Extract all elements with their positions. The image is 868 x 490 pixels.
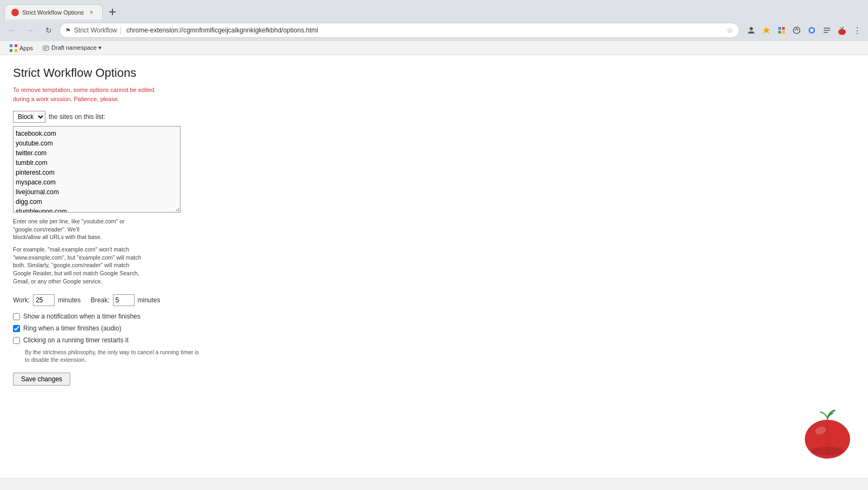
tab-label: Strict Workflow Options xyxy=(22,9,84,16)
restart-label[interactable]: Clicking on a running timer restarts it xyxy=(23,336,129,344)
work-input[interactable] xyxy=(33,294,55,306)
address-bar-row: ← → ↻ ⚑ Strict Workflow ☆ xyxy=(0,19,868,41)
svg-rect-12 xyxy=(10,44,12,47)
restart-sub-text: By the strictness philosophy, the only w… xyxy=(25,348,855,364)
warning-line2: during a work session. Patience, please. xyxy=(13,96,119,102)
tomato-extension-icon[interactable] xyxy=(836,24,849,37)
browser-frame: Strict Workflow Options × ← → ↻ ⚑ Strict… xyxy=(0,0,868,490)
page-content: Strict Workflow Options To remove tempta… xyxy=(0,55,868,478)
back-button[interactable]: ← xyxy=(4,23,19,38)
reload-button[interactable]: ↻ xyxy=(41,23,56,38)
bookmark-star-icon[interactable]: ☆ xyxy=(726,26,733,35)
tomato-svg xyxy=(798,402,857,462)
svg-marker-3 xyxy=(763,27,770,34)
address-input[interactable] xyxy=(126,27,723,34)
apps-label: Apps xyxy=(19,45,33,51)
bookmarks-bar: Apps Draft namespace ▾ xyxy=(0,41,868,55)
extension-icon-4[interactable] xyxy=(805,24,818,37)
forward-button[interactable]: → xyxy=(23,23,38,38)
status-bar xyxy=(0,478,868,490)
restart-checkbox-row: Clicking on a running timer restarts it xyxy=(13,336,855,344)
page-title: Strict Workflow Options xyxy=(13,66,855,80)
svg-point-2 xyxy=(750,27,753,30)
extension-icon-2[interactable] xyxy=(775,24,788,37)
audio-label[interactable]: Ring when a timer finishes (audio) xyxy=(23,325,121,332)
restart-checkbox[interactable] xyxy=(13,337,20,344)
notification-checkbox[interactable] xyxy=(13,313,20,320)
work-label: Work: xyxy=(13,296,30,304)
svg-rect-15 xyxy=(15,49,17,52)
svg-rect-4 xyxy=(778,27,781,30)
svg-rect-13 xyxy=(15,44,17,47)
hint-text-2: For example, "mail.example.com" won't ma… xyxy=(13,246,143,285)
svg-point-11 xyxy=(838,29,846,35)
svg-rect-7 xyxy=(782,31,785,34)
break-label: Break: xyxy=(91,296,110,304)
active-tab[interactable]: Strict Workflow Options × xyxy=(4,4,103,19)
tomato-decoration xyxy=(798,402,852,456)
draft-namespace-label: Draft namespace ▾ xyxy=(51,44,102,51)
svg-rect-5 xyxy=(782,27,785,30)
svg-rect-16 xyxy=(43,46,49,50)
sites-textarea[interactable]: facebook.com youtube.com twitter.com tum… xyxy=(13,126,181,213)
extension-icon-3[interactable] xyxy=(790,24,803,37)
block-label: the sites on this list: xyxy=(49,113,105,121)
save-changes-button[interactable]: Save changes xyxy=(13,373,70,386)
new-tab-button[interactable] xyxy=(105,4,120,19)
block-row: Block Allow the sites on this list: xyxy=(13,111,855,123)
address-secure-icon: ⚑ xyxy=(65,27,71,34)
user-account-icon[interactable] xyxy=(745,24,758,37)
warning-line1: To remove temptation, some options canno… xyxy=(13,87,155,93)
break-unit: minutes xyxy=(138,296,161,304)
audio-checkbox[interactable] xyxy=(13,325,20,332)
address-domain-label: Strict Workflow xyxy=(74,27,121,34)
svg-rect-14 xyxy=(10,49,12,52)
work-unit: minutes xyxy=(58,296,81,304)
draft-namespace-bookmark[interactable]: Draft namespace ▾ xyxy=(39,43,105,52)
apps-bookmark[interactable]: Apps xyxy=(6,43,36,53)
break-input[interactable] xyxy=(113,294,135,306)
extension-icon-5[interactable] xyxy=(820,24,833,37)
notification-label[interactable]: Show a notification when a timer finishe… xyxy=(23,313,141,320)
warning-text: To remove temptation, some options canno… xyxy=(13,85,855,103)
toolbar-icons: ⋮ xyxy=(745,24,864,37)
svg-point-10 xyxy=(810,29,813,32)
address-bar-wrapper: ⚑ Strict Workflow ☆ xyxy=(59,23,739,38)
svg-rect-1 xyxy=(109,11,116,12)
timer-row: Work: minutes Break: minutes xyxy=(13,294,855,306)
notification-checkbox-row: Show a notification when a timer finishe… xyxy=(13,313,855,320)
tab-favicon xyxy=(11,9,19,16)
more-menu-button[interactable]: ⋮ xyxy=(851,24,864,37)
tab-bar: Strict Workflow Options × xyxy=(0,0,868,19)
audio-checkbox-row: Ring when a timer finishes (audio) xyxy=(13,325,855,332)
svg-rect-6 xyxy=(778,31,781,34)
tab-close-button[interactable]: × xyxy=(87,8,96,17)
svg-point-8 xyxy=(793,27,800,34)
hint-text-1: Enter one site per line, like "youtube.c… xyxy=(13,217,143,241)
block-select[interactable]: Block Allow xyxy=(13,111,45,123)
extension-icon-1[interactable] xyxy=(760,24,773,37)
